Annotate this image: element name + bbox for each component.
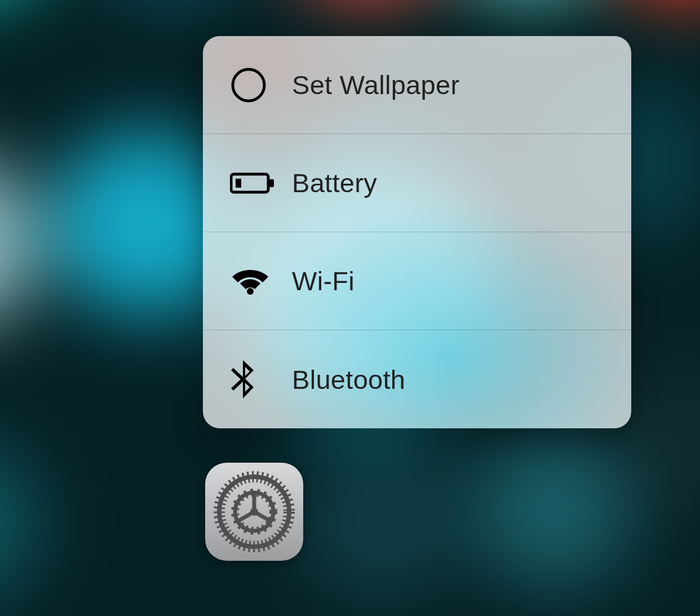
svg-line-11 xyxy=(254,512,269,520)
svg-point-0 xyxy=(233,69,264,101)
quick-action-label: Bluetooth xyxy=(292,364,405,395)
quick-action-label: Wi-Fi xyxy=(292,265,355,296)
quick-action-label: Set Wallpaper xyxy=(292,69,459,100)
svg-rect-2 xyxy=(236,179,241,188)
wifi-icon xyxy=(230,267,292,296)
circle-outline-icon xyxy=(230,67,292,104)
quick-action-bluetooth[interactable]: Bluetooth xyxy=(203,330,631,428)
quick-action-set-wallpaper[interactable]: Set Wallpaper xyxy=(203,36,631,134)
svg-rect-3 xyxy=(269,179,274,187)
gear-icon xyxy=(213,471,295,553)
bluetooth-icon xyxy=(230,359,292,400)
settings-app-icon[interactable] xyxy=(205,463,303,561)
quick-action-wifi[interactable]: Wi-Fi xyxy=(203,232,631,330)
svg-line-12 xyxy=(240,512,254,520)
quick-action-battery[interactable]: Battery xyxy=(203,134,631,232)
quick-action-label: Battery xyxy=(292,167,377,198)
battery-low-icon xyxy=(230,172,292,194)
settings-quick-action-menu: Set Wallpaper Battery Wi-Fi xyxy=(203,36,631,428)
svg-point-4 xyxy=(247,288,254,295)
